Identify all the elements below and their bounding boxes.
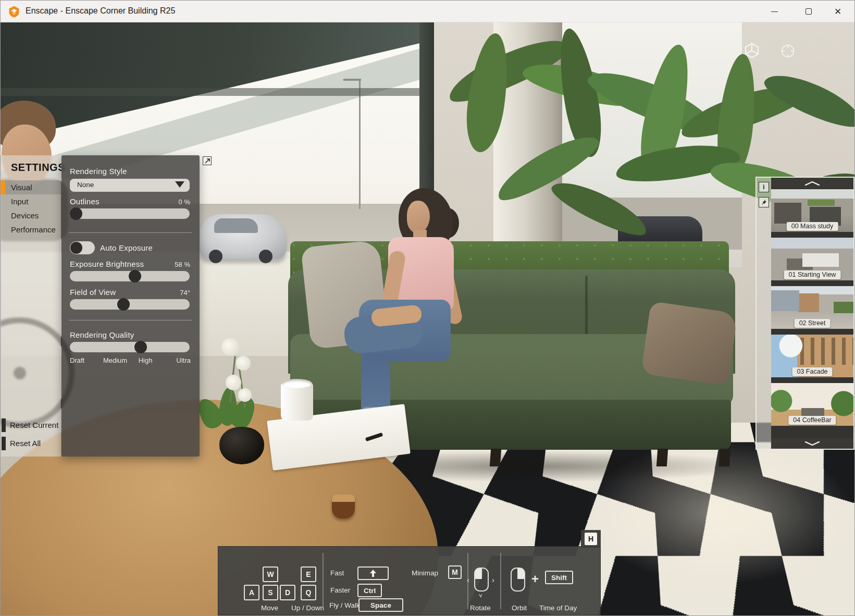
faster-label: Faster (330, 586, 350, 594)
chevron-down-icon (804, 441, 820, 446)
pin-button[interactable] (759, 197, 769, 207)
outlines-slider-knob[interactable] (70, 207, 82, 220)
tick-ultra[interactable]: Ultra (160, 356, 191, 364)
rendering-style-label: Rendering Style (70, 167, 127, 176)
info-button[interactable]: i (759, 182, 769, 192)
table-mug (281, 382, 313, 421)
view-label: 01 Starting View (784, 270, 841, 279)
compass-icon[interactable] (779, 42, 797, 62)
outlines-slider[interactable] (70, 208, 190, 219)
divider (69, 320, 192, 321)
plus-sign: + (531, 572, 539, 586)
view-label: 02 Street (795, 319, 831, 328)
close-button[interactable]: ✕ (823, 1, 852, 22)
view-item-street[interactable]: 02 Street (771, 286, 853, 329)
rendering-style-dropdown[interactable]: None (70, 179, 190, 192)
rotate-label: Rotate (470, 604, 491, 612)
maximize-icon (806, 8, 812, 15)
view-label: 00 Mass study (787, 222, 838, 231)
field-of-view-label: Field of View (70, 288, 116, 297)
minimize-button[interactable] (760, 1, 789, 22)
shift-arrow-icon (370, 570, 376, 577)
visual-settings-panel: Rendering Style None Outlines 0 % Auto E… (61, 155, 200, 457)
sidebar-item-visual[interactable]: Visual (1, 180, 61, 194)
exposure-brightness-slider[interactable] (70, 271, 190, 281)
tick-high[interactable]: High (130, 356, 160, 364)
field-of-view-slider-knob[interactable] (117, 298, 130, 311)
titlebar: Enscape - Enscape Corner Building R25 ✕ (1, 1, 855, 22)
auto-exposure-label: Auto Exposure (100, 243, 153, 252)
arrow-right-icon: › (492, 575, 494, 584)
move-label: Move (261, 604, 278, 612)
key-shift-arrow (357, 566, 389, 580)
rendering-quality-ticks: Draft Medium High Ultra (70, 356, 191, 364)
settings-sidebar: SETTINGS Visual Input Devices Performanc… (1, 155, 61, 457)
view-label: 03 Facade (792, 367, 832, 376)
enscape-logo-icon (8, 5, 20, 18)
enscape-window: { "window": { "title": "Enscape - Enscap… (0, 0, 855, 616)
view-cube-icon[interactable] (742, 41, 761, 62)
cushion-brown (641, 301, 738, 386)
rendering-quality-label: Rendering Quality (70, 330, 134, 339)
view-item-facade[interactable]: 03 Facade (771, 335, 853, 377)
view-item-coffeebar[interactable]: 04 CoffeeBar (771, 383, 853, 426)
help-hotkey-tab: H (581, 530, 601, 548)
minimize-icon (771, 11, 778, 12)
mouse-left-button-icon (474, 568, 489, 592)
key-a: A (244, 585, 259, 600)
views-list: 00 Mass study 01 Starting View 02 Street… (771, 178, 853, 449)
exposure-brightness-slider-knob[interactable] (129, 270, 141, 282)
scene-car-silver (200, 214, 286, 259)
tick-medium[interactable]: Medium (100, 356, 130, 364)
pin-icon (761, 200, 767, 205)
scene-street-lamp (359, 79, 361, 209)
help-hotkey[interactable]: H (585, 533, 597, 545)
field-of-view-slider[interactable] (70, 299, 190, 310)
orbit-label: Orbit (512, 604, 527, 612)
sidebar-item-devices[interactable]: Devices (1, 208, 61, 223)
sidebar-item-performance[interactable]: Performance (1, 223, 61, 237)
tick-draft[interactable]: Draft (70, 356, 100, 364)
divider (323, 553, 324, 609)
mouse-right-button-icon (511, 568, 525, 592)
scene-window-frame (1, 88, 419, 96)
fast-label: Fast (330, 569, 344, 577)
close-icon: ✕ (834, 7, 841, 16)
key-d: D (280, 585, 295, 600)
divider (500, 553, 501, 609)
view-item-starting-view[interactable]: 01 Starting View (771, 238, 853, 280)
minimap-label: Minimap (412, 569, 438, 577)
key-e: E (301, 566, 316, 582)
key-q: Q (301, 585, 316, 600)
key-space: Space (358, 598, 403, 612)
maximize-button[interactable] (794, 1, 823, 22)
flywalk-label: Fly / Walk (329, 601, 360, 609)
auto-exposure-toggle[interactable] (70, 241, 95, 254)
table-espresso-cup (332, 495, 355, 519)
divider (69, 232, 192, 233)
key-s: S (263, 585, 278, 600)
undock-panel-icon[interactable] (203, 156, 212, 165)
views-scroll-up[interactable] (771, 178, 853, 188)
settings-title: SETTINGS (11, 162, 65, 174)
rendering-quality-slider-knob[interactable] (134, 341, 147, 353)
field-of-view-value: 74° (180, 289, 190, 297)
rendering-style-value: None (77, 181, 94, 189)
table-vase (219, 427, 264, 464)
arrow-left-icon: ‹ (467, 575, 469, 584)
view-label: 04 CoffeeBar (788, 416, 836, 425)
time-of-day-label: Time of Day (539, 604, 577, 612)
sidebar-item-input[interactable]: Input (1, 194, 61, 208)
exposure-brightness-label: Exposure Brightness (70, 260, 144, 268)
help-overlay: W E A S D Q Move Up / Down Fast Faster C… (218, 546, 601, 615)
key-ctrl: Ctrl (357, 584, 382, 597)
window-title: Enscape - Enscape Corner Building R25 (26, 6, 175, 16)
chevron-down-small-icon: ˅ (479, 593, 482, 600)
views-panel-gutter: i (757, 178, 771, 449)
rendering-quality-slider[interactable] (70, 342, 190, 352)
chevron-up-icon (804, 181, 820, 186)
key-w: W (263, 566, 278, 582)
view-item-mass-study[interactable]: 00 Mass study (771, 189, 853, 232)
auto-exposure-toggle-knob[interactable] (70, 242, 82, 254)
views-scroll-down[interactable] (771, 438, 853, 449)
